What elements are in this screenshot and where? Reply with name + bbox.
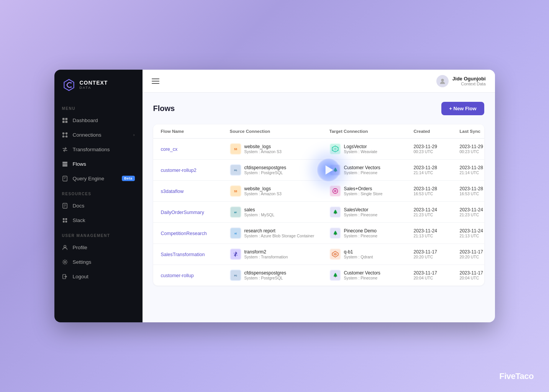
source-name: cfdispensespostgres xyxy=(244,165,286,170)
source-connection-cell: S3 website_logs System : Amazon S3 xyxy=(230,143,329,155)
sync-date: 2023-11-24 xyxy=(460,228,484,234)
logout-label: Logout xyxy=(73,274,88,279)
created-utc: 21:14 UTC xyxy=(414,170,460,175)
sidebar-item-query-engine[interactable]: Query Engine Beta xyxy=(54,171,143,186)
target-logo xyxy=(329,185,341,197)
flow-name-link[interactable]: SalesTransformation xyxy=(161,252,205,257)
user-org: Context Data xyxy=(452,82,486,86)
main-content: Jide Ogunjobi Context Data Flows + New F… xyxy=(143,70,495,322)
target-logo xyxy=(329,248,341,260)
target-connection-cell: LogsVector System : Weaviate xyxy=(329,143,414,155)
logo-main: CONTEXT xyxy=(80,80,108,86)
created-utc: 20:20 UTC xyxy=(414,255,460,259)
target-logo: 🌲 xyxy=(329,206,341,218)
flow-name-link[interactable]: customer-rollup xyxy=(161,273,194,278)
svg-point-29 xyxy=(64,245,66,247)
table-body: core_cx S3 website_logs System : Amazon … xyxy=(153,139,484,286)
svg-text:🌲: 🌲 xyxy=(333,209,338,214)
sync-utc: 20:20 UTC xyxy=(460,255,484,259)
source-name: website_logs xyxy=(244,144,282,149)
svg-text:🌲: 🌲 xyxy=(333,167,338,172)
resources-label: RESOURCES xyxy=(54,186,143,198)
created-date: 2023-11-28 xyxy=(414,186,460,191)
sync-date: 2023-11-24 xyxy=(460,207,484,212)
source-info: sales System : MySQL xyxy=(244,207,275,217)
source-info: cfdispensespostgres System : PostgreSQL xyxy=(244,270,286,280)
page-title: Flows xyxy=(153,104,175,113)
logo-sub: DATA xyxy=(80,86,108,90)
dashboard-icon xyxy=(62,117,68,123)
created-utc: 00:23 UTC xyxy=(414,149,460,154)
source-info: transform2 System : Transformation xyxy=(244,249,288,259)
sidebar-item-transformations[interactable]: Transformations xyxy=(54,142,143,157)
sidebar-item-logout[interactable]: Logout xyxy=(54,269,143,284)
svg-text:🌲: 🌲 xyxy=(333,230,338,235)
docs-icon xyxy=(62,203,68,209)
svg-point-2 xyxy=(70,87,72,88)
svg-rect-7 xyxy=(62,132,64,134)
created-date: 2023-11-17 xyxy=(414,270,460,276)
target-info: q-b1 System : Qdrant xyxy=(344,249,373,259)
svg-rect-9 xyxy=(66,132,67,134)
created-cell: 2023-11-29 00:23 UTC xyxy=(414,144,460,154)
sidebar-item-flows[interactable]: Flows xyxy=(54,157,143,171)
created-utc: 21:23 UTC xyxy=(414,212,460,217)
source-system: System : Amazon S3 xyxy=(244,191,282,196)
new-flow-button[interactable]: + New Flow xyxy=(441,102,484,115)
connections-icon xyxy=(62,132,68,138)
user-avatar xyxy=(436,75,449,87)
target-system: System : Pinecone xyxy=(344,170,380,175)
table-row: DailyOrderSummary MY sales System : MySQ… xyxy=(153,202,484,223)
target-name: Pinecone Demo xyxy=(344,228,378,234)
hamburger-button[interactable] xyxy=(152,78,159,84)
flow-name-link[interactable]: core_cx xyxy=(161,147,178,152)
query-engine-icon xyxy=(62,175,68,181)
source-name: website_logs xyxy=(244,186,282,191)
svg-text:MY: MY xyxy=(234,212,237,214)
created-date: 2023-11-28 xyxy=(414,165,460,170)
source-connection-cell: PG cfdispensespostgres System : PostgreS… xyxy=(230,164,329,176)
flow-name-link[interactable]: s3dataflow xyxy=(161,189,184,194)
target-connection-cell: 🌲 SalesVector System : Pinecone xyxy=(329,206,414,218)
svg-marker-0 xyxy=(64,80,74,91)
source-info: research report System : Azure Blob Stor… xyxy=(244,228,315,238)
sidebar-item-settings[interactable]: Settings xyxy=(54,255,143,269)
user-menu[interactable]: Jide Ogunjobi Context Data xyxy=(436,75,486,87)
table-row: core_cx S3 website_logs System : Amazon … xyxy=(153,139,484,160)
table-row: customer-rollup2 PG cfdispensespostgres … xyxy=(153,160,484,181)
svg-text:PG: PG xyxy=(234,169,237,172)
sidebar-item-dashboard[interactable]: Dashboard xyxy=(54,113,143,127)
created-utc: 21:13 UTC xyxy=(414,234,460,238)
last-sync-cell: 2023-11-24 21:23 UTC xyxy=(460,207,484,217)
flow-name-link[interactable]: DailyOrderSummary xyxy=(161,210,204,215)
sidebar-item-profile[interactable]: Profile xyxy=(54,240,143,255)
connections-label: Connections xyxy=(73,132,102,138)
th-flow-name: Flow Name xyxy=(161,129,230,134)
flow-name-link[interactable]: customer-rollup2 xyxy=(161,168,197,173)
target-name: SalesVector xyxy=(344,207,378,212)
menu-label: MENU xyxy=(54,100,143,113)
table-header: Flow Name Source Connection Target Conne… xyxy=(153,124,484,139)
created-date: 2023-11-17 xyxy=(414,249,460,255)
docs-label: Docs xyxy=(73,203,85,209)
created-cell: 2023-11-17 20:20 UTC xyxy=(414,249,460,259)
target-connection-cell: q-b1 System : Qdrant xyxy=(329,248,414,260)
sync-date: 2023-11-17 xyxy=(460,249,484,255)
sidebar-item-slack[interactable]: Slack xyxy=(54,213,143,227)
target-info: SalesVector System : Pinecone xyxy=(344,207,378,217)
target-info: Pinecone Demo System : Pinecone xyxy=(344,228,378,238)
flow-name-cell: CompetitionResearch xyxy=(161,230,230,237)
user-info: Jide Ogunjobi Context Data xyxy=(452,76,486,86)
svg-rect-17 xyxy=(62,165,67,166)
target-info: Sales+Orders System : Single Store xyxy=(344,186,383,196)
svg-point-30 xyxy=(64,261,66,263)
source-logo: S3 xyxy=(230,185,241,197)
table-row: CompetitionResearch AZ research report S… xyxy=(153,223,484,244)
flows-label: Flows xyxy=(73,161,86,167)
sidebar-item-connections[interactable]: Connections › xyxy=(54,127,143,142)
target-connection-cell: Sales+Orders System : Single Store xyxy=(329,185,414,197)
sidebar-item-docs[interactable]: Docs xyxy=(54,198,143,213)
flow-name-link[interactable]: CompetitionResearch xyxy=(161,231,207,236)
created-cell: 2023-11-28 21:14 UTC xyxy=(414,165,460,175)
svg-text:S3: S3 xyxy=(234,148,237,150)
